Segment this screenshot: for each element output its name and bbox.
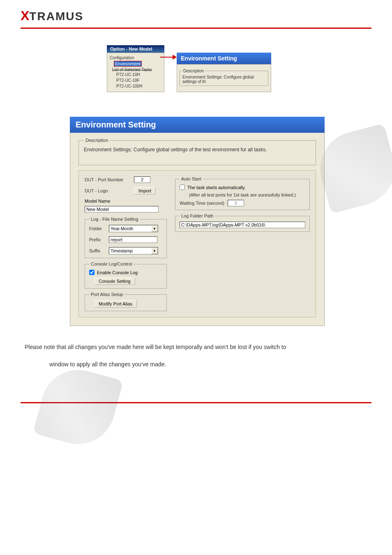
console-setting-button[interactable]: Console Setting	[94, 278, 135, 285]
model-name-input[interactable]	[85, 206, 159, 213]
chevron-down-icon[interactable]: ▼	[151, 225, 158, 232]
small-desc-text: Environment Settings: Configure global s…	[182, 75, 265, 84]
suffix-select[interactable]: Timestamp ▼	[109, 247, 158, 254]
tree-task-item[interactable]: PT2-UC-10H	[116, 72, 161, 78]
console-legend: Console Log/Control	[89, 261, 134, 266]
auto-start-hint: (After all test ports for 1st task are s…	[180, 192, 305, 197]
arrow-head-icon	[173, 55, 177, 60]
auto-start-checkbox[interactable]	[180, 185, 185, 190]
suffix-label: Suffix	[89, 248, 106, 253]
log-file-legend: Log - File Name Setting	[89, 217, 140, 222]
tree-list-tasks[interactable]: List of Selected Tasks	[112, 67, 161, 72]
tree-root[interactable]: Configuration	[110, 56, 161, 60]
window-title: Option - New Model	[107, 45, 164, 53]
logo: XTRAMUS	[21, 8, 371, 23]
log-folder-input[interactable]	[180, 222, 305, 228]
tree-task-item[interactable]: PT2-UC-100H	[116, 83, 161, 89]
tree-task-item[interactable]: PT2-UC-10F	[116, 78, 161, 83]
model-name-label: Model Name	[85, 199, 167, 204]
small-env-header: Environment Setting	[177, 53, 271, 64]
main-env-panel: Environment Setting Description Environm…	[70, 117, 367, 326]
dut-port-label: DUT - Port Number	[85, 177, 134, 182]
tree-environment-selected[interactable]: Environment	[114, 61, 142, 67]
enable-console-label: Enable Console Log	[97, 270, 138, 275]
folder-label: Folder	[89, 226, 106, 231]
description-text: Environment Settings: Configure global s…	[84, 147, 311, 153]
option-new-model-window: Option - New Model Configuration Environ…	[107, 45, 367, 92]
logo-x: X	[21, 8, 29, 23]
body-paragraph-1: Please note that all changes you've made…	[25, 342, 367, 352]
prefix-input[interactable]	[109, 236, 157, 243]
port-alias-legend: Port Alias Setup	[89, 292, 125, 297]
description-legend: Description	[84, 138, 110, 143]
auto-start-legend: Auto Start	[180, 176, 203, 181]
env-setting-header: Environment Setting	[70, 117, 325, 133]
waiting-time-label: Waiting Time (second)	[180, 201, 224, 206]
auto-start-label: The task starts automatically.	[187, 185, 246, 190]
small-env-panel: Environment Setting Description Environm…	[177, 53, 271, 92]
folder-select[interactable]: Year.Month ▼	[109, 225, 158, 232]
dut-logo-label: DUT - Logo	[85, 188, 134, 193]
prefix-label: Prefix	[89, 237, 106, 242]
body-paragraph-2: window to apply all the changes you've m…	[49, 360, 367, 369]
footer-divider	[21, 402, 371, 403]
chevron-down-icon[interactable]: ▼	[151, 247, 158, 254]
import-button[interactable]: Import	[134, 187, 156, 194]
enable-console-checkbox[interactable]	[89, 270, 95, 275]
dut-port-input[interactable]	[134, 176, 150, 183]
logo-text: TRAMUS	[29, 10, 83, 23]
small-desc-legend: Description	[182, 69, 205, 73]
tree-panel: Configuration Environment List of Select…	[107, 53, 164, 92]
modify-port-alias-button[interactable]: Modify Port Alias	[94, 300, 137, 308]
waiting-time-input	[228, 200, 244, 206]
log-folder-legend: Log Folder Path	[180, 213, 215, 218]
